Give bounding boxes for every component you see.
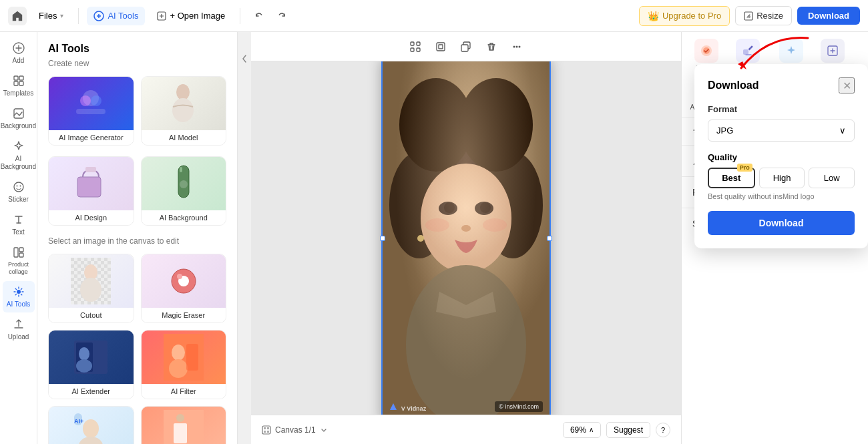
canvas-main[interactable]: © insMind.com V Vidnaz [251, 61, 681, 415]
ai-tools-nav-btn[interactable]: AI Tools [87, 7, 145, 25]
resize-btn[interactable]: Resize [735, 6, 792, 25]
cutout-card[interactable]: Cutout [48, 254, 134, 323]
help-btn[interactable]: ? [656, 423, 670, 437]
format-select[interactable]: JPG ∨ [708, 120, 855, 142]
quality-high-btn[interactable]: High [759, 168, 805, 188]
canvas-delete-btn[interactable] [481, 36, 502, 57]
svg-rect-44 [186, 344, 198, 371]
magic-eraser-label: Magic Eraser [142, 308, 226, 322]
canvas-frame-btn[interactable] [430, 36, 451, 57]
sidebar-item-upload[interactable]: Upload [3, 314, 35, 345]
sidebar-item-background[interactable]: Background [3, 103, 35, 134]
undo-redo-group [248, 5, 292, 27]
svg-marker-83 [390, 403, 397, 410]
sidebar-item-product-collage[interactable]: Product collage [3, 242, 35, 280]
download-btn-top[interactable]: Download [797, 7, 860, 25]
quality-best-btn[interactable]: Pro Best [708, 168, 755, 188]
format-label: Format [708, 104, 855, 114]
topbar-right: 👑 Upgrade to Pro Resize Download [639, 6, 860, 26]
left-sidebar: Add Templates Background AI Background S… [0, 32, 37, 444]
ai-design-label: AI Design [49, 210, 134, 225]
svg-rect-7 [19, 81, 23, 85]
ai-filter-card[interactable]: AI Filter [141, 330, 227, 399]
canvas-fit-btn[interactable] [405, 36, 426, 57]
svg-rect-56 [417, 48, 420, 51]
ai-extender-label: AI Extender [49, 384, 134, 399]
vidnaz-mark: V Vidnaz [389, 403, 426, 412]
svg-rect-57 [437, 43, 445, 51]
sidebar-item-label-ai-tools: AI Tools [7, 300, 30, 308]
suggest-btn[interactable]: Suggest [606, 422, 650, 438]
sticker-icon [12, 180, 25, 194]
canvas-more-btn[interactable] [506, 36, 527, 57]
upgrade-btn[interactable]: 👑 Upgrade to Pro [639, 6, 730, 26]
svg-point-61 [513, 45, 515, 47]
watermark: © insMind.com [495, 401, 543, 412]
ai-cards-row2: AI Design AI Background [48, 156, 226, 226]
svg-point-11 [19, 186, 21, 187]
home-logo[interactable] [8, 7, 27, 25]
sidebar-item-ai-background[interactable]: AI Background [3, 136, 35, 175]
ai-extender-card[interactable]: AI Extender [48, 330, 134, 399]
svg-point-46 [79, 437, 103, 444]
svg-point-45 [83, 419, 99, 438]
svg-rect-54 [417, 42, 420, 45]
svg-rect-53 [411, 42, 414, 45]
panel-collapse-btn[interactable] [238, 32, 251, 85]
sidebar-item-label-upload: Upload [8, 333, 29, 341]
popup-title: Download [708, 79, 758, 91]
sidebar-item-add[interactable]: Add [3, 37, 35, 69]
redo-btn[interactable] [271, 5, 292, 27]
quality-low-btn[interactable]: Low [809, 168, 855, 188]
svg-rect-87 [264, 431, 266, 433]
ai-filter-icon [694, 39, 718, 63]
ai-image-generator-thumb [49, 77, 134, 130]
ai-tools-icon [12, 285, 25, 298]
ai-background-card[interactable]: AI Background [141, 156, 227, 226]
svg-rect-23 [85, 167, 96, 172]
canvas-image-container[interactable]: © insMind.com V Vidnaz [381, 61, 551, 415]
download-popup-btn[interactable]: Download [708, 211, 855, 235]
ai-enhancer-card[interactable]: AI+ AI Enhancer [48, 406, 134, 444]
svg-point-10 [16, 186, 17, 187]
quality-section: Quality Pro Best High Low Best quality w… [708, 152, 855, 200]
popup-close-btn[interactable]: ✕ [839, 77, 855, 93]
open-image-btn[interactable]: + Open Image [150, 7, 232, 25]
svg-point-43 [169, 359, 188, 378]
svg-point-39 [79, 347, 89, 361]
canvas-portrait-image: © insMind.com V Vidnaz [383, 61, 550, 415]
sidebar-item-text[interactable]: Text [3, 209, 35, 240]
svg-rect-22 [77, 177, 101, 197]
svg-point-40 [76, 359, 92, 373]
ai-image-generator-card[interactable]: AI Image Generator [48, 76, 134, 146]
ai-enhancer-thumb: AI+ [49, 407, 134, 444]
svg-point-51 [176, 414, 184, 422]
sidebar-item-ai-tools[interactable]: AI Tools [3, 281, 35, 312]
ai-extender-icon-right [821, 39, 845, 63]
svg-point-18 [91, 95, 101, 106]
canvas-copy-btn[interactable] [455, 36, 477, 57]
sidebar-item-label-text: Text [12, 228, 24, 236]
sidebar-item-label-add: Add [13, 57, 25, 65]
sidebar-item-templates[interactable]: Templates [3, 70, 35, 101]
svg-point-62 [516, 45, 518, 47]
zoom-control: 69% ∧ Suggest ? [563, 422, 670, 438]
sidebar-item-sticker[interactable]: Sticker [3, 176, 35, 208]
add-icon [12, 41, 25, 55]
svg-point-36 [177, 274, 182, 279]
quality-label: Quality [708, 152, 855, 162]
undo-btn[interactable] [248, 5, 270, 27]
background-icon [12, 107, 25, 120]
ai-model-card[interactable]: AI Model [141, 76, 227, 146]
ai-design-thumb [49, 157, 134, 210]
magic-eraser-card[interactable]: Magic Eraser [141, 254, 227, 323]
sidebar-item-label-sticker: Sticker [8, 196, 29, 204]
zoom-level-btn[interactable]: 69% ∧ [563, 422, 601, 438]
ai-design-card[interactable]: AI Design [48, 156, 134, 226]
svg-rect-5 [19, 76, 23, 80]
svg-point-42 [172, 345, 185, 361]
shadows-card[interactable]: Shadows [141, 406, 227, 444]
svg-rect-6 [14, 81, 18, 85]
canvas-info: Canvas 1/1 [262, 425, 328, 435]
files-menu[interactable]: Files ▾ [32, 7, 70, 25]
